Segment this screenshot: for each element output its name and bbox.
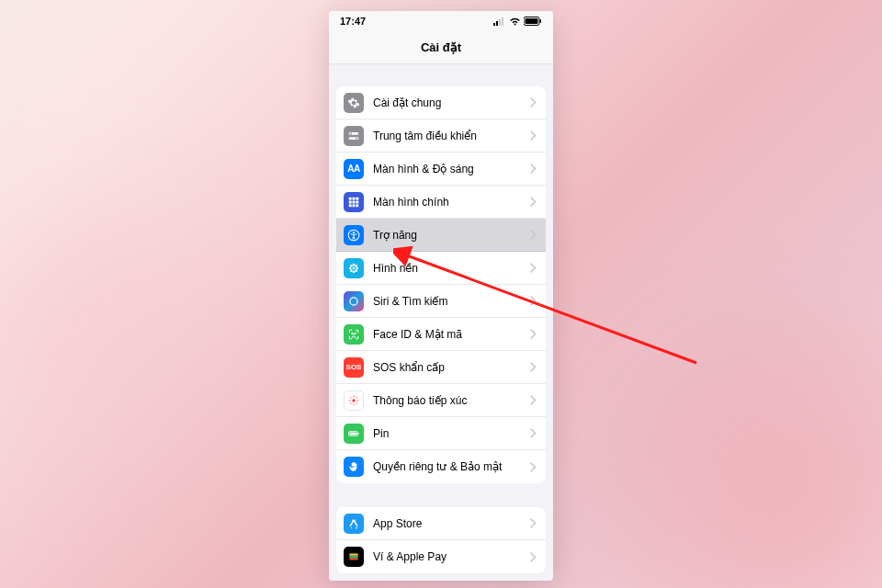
row-label: Face ID & Mật mã [373, 328, 530, 341]
svg-point-24 [353, 270, 356, 273]
gear-icon [344, 93, 364, 113]
row-accessibility[interactable]: Trợ năng [336, 219, 546, 252]
svg-rect-2 [499, 19, 501, 26]
row-label: Màn hình & Độ sáng [373, 163, 530, 175]
svg-rect-0 [493, 23, 495, 26]
row-control-center[interactable]: Trung tâm điều khiển [336, 119, 546, 153]
svg-point-26 [356, 266, 358, 269]
row-display-brightness[interactable]: AA Màn hình & Độ sáng [336, 153, 546, 186]
faceid-icon [344, 324, 364, 345]
svg-rect-44 [350, 432, 356, 434]
svg-rect-19 [356, 204, 358, 207]
svg-line-42 [356, 397, 357, 398]
phone-frame: 17:47 Cài đặt Cài đặt chung Trung [329, 11, 553, 581]
svg-rect-46 [349, 554, 357, 556]
chevron-right-icon [530, 230, 537, 240]
row-label: Trung tâm điều khiển [373, 130, 530, 142]
row-siri[interactable]: Siri & Tìm kiếm [336, 285, 546, 318]
svg-line-39 [350, 397, 351, 398]
svg-rect-11 [349, 197, 352, 199]
wallet-icon [344, 547, 364, 567]
row-label: SOS khẩn cấp [373, 361, 530, 374]
appstore-icon [344, 514, 364, 534]
svg-point-29 [350, 269, 353, 272]
svg-rect-6 [540, 19, 542, 23]
chevron-right-icon [530, 263, 537, 273]
nav-title: Cài đặt [421, 40, 461, 54]
siri-icon [344, 291, 364, 311]
svg-point-31 [350, 297, 357, 304]
status-time: 17:47 [340, 16, 366, 27]
status-indicators [493, 17, 542, 26]
chevron-right-icon [530, 395, 537, 405]
svg-point-28 [355, 265, 357, 267]
row-general[interactable]: Cài đặt chung [336, 86, 546, 119]
svg-point-10 [356, 137, 357, 139]
svg-point-33 [355, 333, 356, 334]
row-appstore[interactable]: App Store [336, 507, 546, 540]
svg-rect-18 [353, 204, 356, 207]
row-privacy[interactable]: Quyền riêng tư & Bảo mật [336, 450, 546, 483]
settings-group-2: App Store Ví & Apple Pay [336, 507, 546, 573]
accessibility-icon [344, 225, 364, 245]
svg-rect-14 [349, 200, 352, 203]
svg-rect-5 [526, 18, 538, 24]
nav-bar: Cài đặt [329, 31, 553, 64]
settings-scroll[interactable]: Cài đặt chung Trung tâm điều khiển AA Mà… [329, 64, 553, 581]
row-faceid[interactable]: Face ID & Mật mã [336, 318, 546, 351]
svg-point-9 [350, 132, 352, 134]
row-label: Cài đặt chung [373, 96, 530, 109]
cellular-icon [493, 17, 506, 26]
chevron-right-icon [530, 428, 537, 438]
row-label: Ví & Apple Pay [373, 550, 530, 563]
svg-rect-17 [349, 204, 352, 207]
row-home-screen[interactable]: Màn hình chính [336, 186, 546, 219]
row-label: Siri & Tìm kiếm [373, 295, 530, 308]
row-exposure[interactable]: Thông báo tiếp xúc [336, 384, 546, 417]
battery-settings-icon [344, 424, 364, 444]
chevron-right-icon [530, 197, 537, 207]
row-wallet[interactable]: Ví & Apple Pay [336, 540, 546, 573]
svg-rect-45 [357, 432, 358, 434]
svg-rect-1 [496, 21, 498, 26]
row-label: App Store [373, 517, 530, 530]
svg-rect-47 [349, 556, 357, 558]
svg-point-30 [355, 269, 357, 272]
chevron-right-icon [530, 462, 537, 472]
svg-point-27 [350, 265, 353, 267]
svg-line-40 [356, 402, 357, 403]
row-wallpaper[interactable]: Hình nền [336, 252, 546, 285]
row-label: Pin [373, 427, 530, 440]
row-label: Màn hình chính [373, 196, 530, 209]
chevron-right-icon [530, 329, 537, 339]
chevron-right-icon [530, 130, 537, 141]
svg-line-41 [350, 402, 351, 403]
wifi-icon [509, 17, 521, 26]
row-battery[interactable]: Pin [336, 417, 546, 450]
row-label: Hình nền [373, 262, 530, 275]
row-label: Quyền riêng tư & Bảo mật [373, 460, 530, 473]
switches-icon [344, 126, 364, 146]
svg-rect-48 [349, 558, 357, 560]
hand-icon [344, 457, 364, 477]
flower-icon [344, 258, 364, 278]
svg-rect-15 [353, 200, 356, 203]
svg-point-22 [353, 266, 356, 269]
svg-point-25 [349, 266, 352, 269]
row-sos[interactable]: SOS SOS khẩn cấp [336, 351, 546, 384]
svg-rect-13 [356, 197, 358, 199]
sos-icon: SOS [344, 357, 364, 378]
chevron-right-icon [530, 362, 537, 372]
grid-icon [344, 192, 364, 212]
settings-group-1: Cài đặt chung Trung tâm điều khiển AA Mà… [336, 86, 546, 483]
svg-point-34 [352, 399, 356, 402]
chevron-right-icon [530, 518, 537, 528]
svg-rect-3 [502, 17, 503, 26]
svg-rect-16 [356, 200, 358, 203]
status-bar: 17:47 [329, 11, 553, 31]
svg-point-32 [352, 333, 353, 334]
svg-point-23 [353, 263, 356, 266]
chevron-right-icon [530, 552, 537, 562]
row-label: Thông báo tiếp xúc [373, 394, 530, 407]
chevron-right-icon [530, 164, 537, 174]
